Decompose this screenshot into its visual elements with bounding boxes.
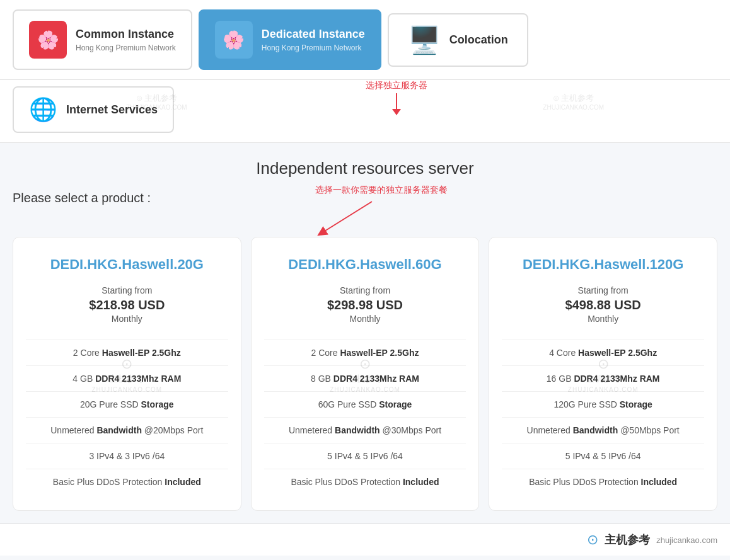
spec-ram-60g: 8 GB DDR4 2133Mhz RAM xyxy=(264,365,466,391)
product-card-120g[interactable]: ⊙ 主机参考 ZHUJICANKAO.COM DEDI.HKG.Haswell.… xyxy=(489,237,717,511)
main-section: Independent resources server Please sele… xyxy=(0,143,730,523)
internet-services-title: Internet Services xyxy=(66,103,158,117)
tab-colocation-title: Colocation xyxy=(449,33,508,47)
annotation-arrowhead xyxy=(392,109,401,115)
spec-bandwidth-20g: Unmetered Bandwidth @20Mbps Port xyxy=(26,417,228,443)
bottom-logo-text: 主机参考 xyxy=(605,532,650,547)
annotation-product-text: 选择一款你需要的独立服务器套餐 xyxy=(315,185,448,196)
product-card-60g[interactable]: ⊙ 主机参考 ZHUJICANKAO.COM DEDI.HKG.Haswell.… xyxy=(251,237,480,511)
tabs-section: 🌸 Common Instance Hong Kong Premium Netw… xyxy=(0,0,730,80)
bottom-logo-icon: ⊙ xyxy=(587,532,598,548)
starting-from-60g: Starting from xyxy=(264,285,466,295)
services-section: ⊙ 主机参考 ZHUJICANKAO.COM ⊙ 主机参考 ZHUJICANKA… xyxy=(0,80,730,143)
tab-dedicated-subtitle: Hong Kong Premium Network xyxy=(262,43,365,52)
tab-dedicated-instance[interactable]: 🌸 Dedicated Instance Hong Kong Premium N… xyxy=(199,9,381,70)
spec-ddos-120g: Basic Plus DDoS Protection Included xyxy=(502,469,704,494)
section-title: Independent resources server xyxy=(13,159,717,178)
spec-cpu-60g: 2 Core Haswell-EP 2.5Ghz xyxy=(264,340,466,365)
product-name-20g: DEDI.HKG.Haswell.20G xyxy=(26,256,228,273)
spec-ram-120g: 16 GB DDR4 2133Mhz RAM xyxy=(502,365,704,391)
spec-ddos-60g: Basic Plus DDoS Protection Included xyxy=(264,469,466,494)
select-area: Please select a product : 选择一款你需要的独立服务器套… xyxy=(13,191,717,205)
spec-ddos-20g: Basic Plus DDoS Protection Included xyxy=(26,469,228,494)
internet-icon: 🌐 xyxy=(29,96,57,123)
svg-line-0 xyxy=(322,202,372,233)
tab-colocation[interactable]: 🖥️ Colocation xyxy=(388,13,528,67)
annotation-dedicated-text: 选择独立服务器 xyxy=(366,80,427,91)
tab-common-title: Common Instance xyxy=(76,27,176,42)
price-120g: $498.88 USD xyxy=(502,298,704,312)
tabs-row: 🌸 Common Instance Hong Kong Premium Netw… xyxy=(13,9,717,79)
flag-icon-common: 🌸 xyxy=(29,21,67,59)
diagonal-annotation: 选择一款你需要的独立服务器套餐 xyxy=(315,185,448,239)
period-20g: Monthly xyxy=(26,314,228,324)
price-60g: $298.98 USD xyxy=(264,298,466,312)
price-20g: $218.98 USD xyxy=(26,298,228,312)
annotation-dedicated-arrow: 选择独立服务器 xyxy=(366,80,427,115)
tab-dedicated-title: Dedicated Instance xyxy=(262,27,365,42)
product-card-20g[interactable]: ⊙ 主机参考 ZHUJICANKAO.COM DEDI.HKG.Haswell.… xyxy=(13,237,241,511)
starting-from-20g: Starting from xyxy=(26,285,228,295)
tab-internet-services[interactable]: 🌐 Internet Services xyxy=(13,86,174,133)
watermark-right: ⊙ 主机参考 ZHUJICANKAO.COM xyxy=(543,93,604,111)
product-name-120g: DEDI.HKG.Haswell.120G xyxy=(502,256,704,273)
spec-storage-20g: 20G Pure SSD Storage xyxy=(26,391,228,417)
tab-common-subtitle: Hong Kong Premium Network xyxy=(76,43,176,52)
spec-bandwidth-120g: Unmetered Bandwidth @50Mbps Port xyxy=(502,417,704,443)
spec-ip-120g: 5 IPv4 & 5 IPv6 /64 xyxy=(502,443,704,469)
tab-common-instance[interactable]: 🌸 Common Instance Hong Kong Premium Netw… xyxy=(13,9,192,70)
annotation-arrow-line xyxy=(396,93,397,109)
period-120g: Monthly xyxy=(502,314,704,324)
spec-ip-60g: 5 IPv4 & 5 IPv6 /64 xyxy=(264,443,466,469)
spec-cpu-120g: 4 Core Haswell-EP 2.5Ghz xyxy=(502,340,704,365)
products-grid: ⊙ 主机参考 ZHUJICANKAO.COM DEDI.HKG.Haswell.… xyxy=(13,237,717,511)
bottom-bar: ⊙ 主机参考 zhujicankao.com xyxy=(0,523,730,556)
spec-ip-20g: 3 IPv4 & 3 IPv6 /64 xyxy=(26,443,228,469)
flag-icon-dedicated: 🌸 xyxy=(215,21,253,59)
bottom-logo-url: zhujicankao.com xyxy=(656,535,717,545)
starting-from-120g: Starting from xyxy=(502,285,704,295)
tab-dedicated-content: Dedicated Instance Hong Kong Premium Net… xyxy=(262,27,365,52)
period-60g: Monthly xyxy=(264,314,466,324)
product-name-60g: DEDI.HKG.Haswell.60G xyxy=(264,256,466,273)
server-icon: 🖥️ xyxy=(408,25,441,55)
spec-bandwidth-60g: Unmetered Bandwidth @30Mbps Port xyxy=(264,417,466,443)
spec-storage-60g: 60G Pure SSD Storage xyxy=(264,391,466,417)
spec-ram-20g: 4 GB DDR4 2133Mhz RAM xyxy=(26,365,228,391)
spec-cpu-20g: 2 Core Haswell-EP 2.5Ghz xyxy=(26,340,228,365)
spec-storage-120g: 120G Pure SSD Storage xyxy=(502,391,704,417)
tab-common-content: Common Instance Hong Kong Premium Networ… xyxy=(76,27,176,52)
diagonal-arrow-svg xyxy=(315,198,391,236)
